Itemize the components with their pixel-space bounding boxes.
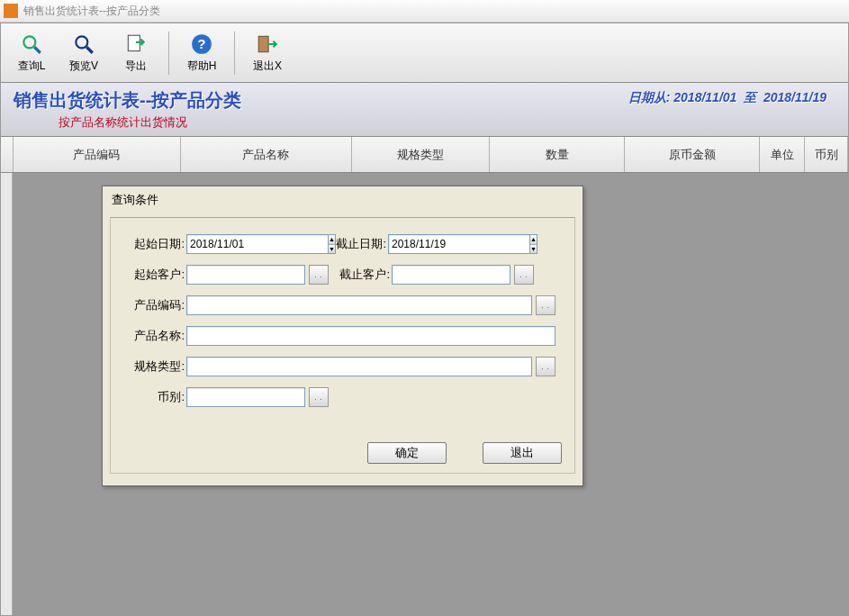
exit-label: 退出X <box>253 59 282 74</box>
start-date-label: 起始日期: <box>120 236 186 252</box>
end-date-field[interactable]: ▲ ▼ <box>388 234 523 254</box>
ok-button[interactable]: 确定 <box>367 442 447 464</box>
start-cust-lookup-button[interactable]: . . <box>309 265 329 285</box>
column-header[interactable]: 单位 <box>760 137 805 172</box>
help-icon: ? <box>189 32 214 57</box>
dialog-body: 起始日期: ▲ ▼ 截止日期: ▲ ▼ 起始客户: . . 截 <box>110 217 575 474</box>
start-cust-label: 起始客户: <box>120 267 186 283</box>
preview-button[interactable]: 预览V <box>60 27 107 79</box>
export-icon <box>123 32 149 57</box>
dialog-title: 查询条件 <box>103 186 583 213</box>
end-cust-lookup-button[interactable]: . . <box>514 265 534 285</box>
query-dialog: 查询条件 起始日期: ▲ ▼ 截止日期: ▲ ▼ 起始客户: <box>102 186 583 486</box>
date-to-label: 至 <box>744 90 756 104</box>
end-date-input[interactable] <box>388 234 530 254</box>
svg-point-0 <box>23 36 35 48</box>
window-title: 销售出货统计表--按产品分类 <box>23 4 160 19</box>
column-header[interactable]: 规格类型 <box>352 137 491 172</box>
prod-name-label: 产品名称: <box>120 328 186 344</box>
report-date-range: 日期从: 2018/11/01 至 2018/11/19 <box>628 90 826 106</box>
prod-code-label: 产品编码: <box>120 297 186 313</box>
export-button[interactable]: 导出 <box>113 27 159 79</box>
date-to-value: 2018/11/19 <box>763 90 826 104</box>
toolbar-separator <box>168 32 169 75</box>
start-date-spinner[interactable]: ▲ ▼ <box>329 234 336 254</box>
currency-lookup-button[interactable]: . . <box>309 387 329 407</box>
currency-input[interactable] <box>186 387 305 407</box>
report-banner: 销售出货统计表--按产品分类 按产品名称统计出货情况 日期从: 2018/11/… <box>1 83 848 137</box>
svg-rect-4 <box>128 35 140 50</box>
date-from-label: 日期从: <box>628 90 671 104</box>
svg-point-2 <box>76 36 87 48</box>
start-cust-input[interactable] <box>186 265 305 285</box>
prod-code-input[interactable] <box>186 295 532 315</box>
svg-line-1 <box>34 47 41 53</box>
exit-button[interactable]: 退出X <box>244 27 291 79</box>
query-button[interactable]: 查询L <box>8 27 55 79</box>
column-header[interactable]: 数量 <box>490 137 625 172</box>
spin-up-icon[interactable]: ▲ <box>530 235 537 245</box>
preview-label: 预览V <box>69 59 98 74</box>
end-cust-label: 截止客户: <box>329 267 392 283</box>
toolbar-separator <box>234 32 235 75</box>
column-header[interactable]: 原币金额 <box>625 137 760 172</box>
prod-name-input[interactable] <box>186 326 555 346</box>
column-header[interactable] <box>1 137 14 172</box>
end-cust-input[interactable] <box>392 265 510 285</box>
svg-text:?: ? <box>197 36 205 51</box>
spec-label: 规格类型: <box>120 358 186 375</box>
query-label: 查询L <box>18 59 46 74</box>
column-header[interactable]: 产品编码 <box>14 137 181 172</box>
help-label: 帮助H <box>187 59 217 74</box>
start-date-field[interactable]: ▲ ▼ <box>186 234 321 254</box>
date-from-value: 2018/11/01 <box>673 90 736 104</box>
svg-line-3 <box>86 47 93 53</box>
search-icon <box>19 32 44 57</box>
cancel-button[interactable]: 退出 <box>483 442 562 464</box>
currency-label: 币别: <box>120 389 186 405</box>
spin-down-icon[interactable]: ▼ <box>329 245 335 254</box>
prod-code-lookup-button[interactable]: . . <box>536 295 555 315</box>
spec-input[interactable] <box>186 357 532 376</box>
spin-up-icon[interactable]: ▲ <box>329 235 335 245</box>
export-label: 导出 <box>125 59 147 74</box>
svg-rect-7 <box>258 36 268 51</box>
window-titlebar: 销售出货统计表--按产品分类 <box>0 0 849 23</box>
help-button[interactable]: ? 帮助H <box>178 27 225 79</box>
start-date-input[interactable] <box>186 234 329 254</box>
row-indicator-strip <box>1 173 13 615</box>
toolbar: 查询L 预览V 导出 ? 帮助H 退出X <box>1 23 848 83</box>
column-header[interactable]: 产品名称 <box>181 137 352 172</box>
spin-down-icon[interactable]: ▼ <box>530 245 537 254</box>
preview-icon <box>71 32 96 57</box>
table-header: 产品编码产品名称规格类型数量原币金额单位币别 <box>1 137 848 173</box>
end-date-spinner[interactable]: ▲ ▼ <box>530 234 537 254</box>
exit-icon <box>255 32 280 57</box>
column-header[interactable]: 币别 <box>805 137 848 172</box>
spec-lookup-button[interactable]: . . <box>536 357 555 376</box>
report-subtitle: 按产品名称统计出货情况 <box>59 114 835 131</box>
app-icon <box>4 4 18 18</box>
